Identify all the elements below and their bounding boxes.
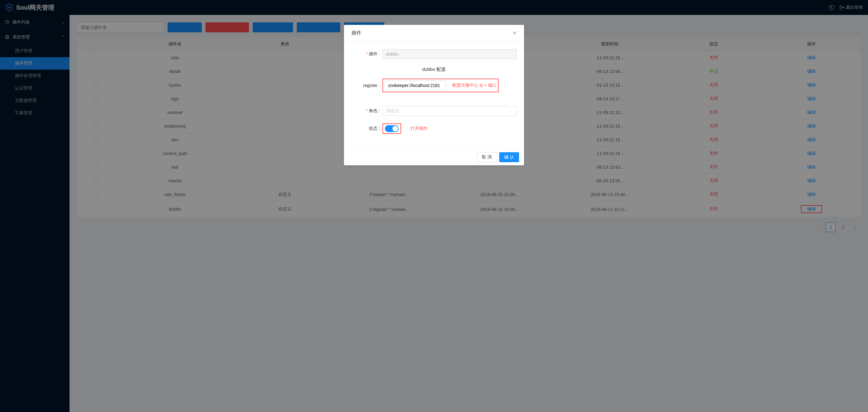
role-label: 角色 : bbox=[351, 108, 382, 114]
register-highlight-box: 配置注册中心 ip + 端口 bbox=[382, 79, 499, 92]
plugin-edit-modal: 插件 ✕ 插件 : dubbo 配置 register : 配置注册中心 ip … bbox=[344, 25, 524, 165]
register-label: register : bbox=[351, 83, 382, 88]
chevron-down-icon: ⌄ bbox=[509, 109, 513, 113]
cancel-button[interactable]: 取 消 bbox=[477, 152, 497, 162]
role-select[interactable]: 自定义 ⌄ bbox=[382, 106, 517, 116]
register-input[interactable] bbox=[384, 81, 446, 90]
config-section-title: dubbo 配置 bbox=[351, 66, 517, 72]
modal-title: 插件 bbox=[351, 30, 361, 36]
confirm-button[interactable]: 确 认 bbox=[499, 152, 519, 162]
register-annotation: 配置注册中心 ip + 端口 bbox=[452, 83, 497, 88]
status-annotation: 打开插件 bbox=[410, 126, 428, 131]
status-switch-highlight bbox=[382, 123, 401, 134]
status-label: 状态 : bbox=[351, 126, 382, 131]
close-icon[interactable]: ✕ bbox=[513, 30, 517, 36]
plugin-name-input bbox=[382, 49, 517, 59]
status-switch[interactable] bbox=[385, 125, 399, 132]
plugin-label: 插件 : bbox=[351, 51, 382, 57]
